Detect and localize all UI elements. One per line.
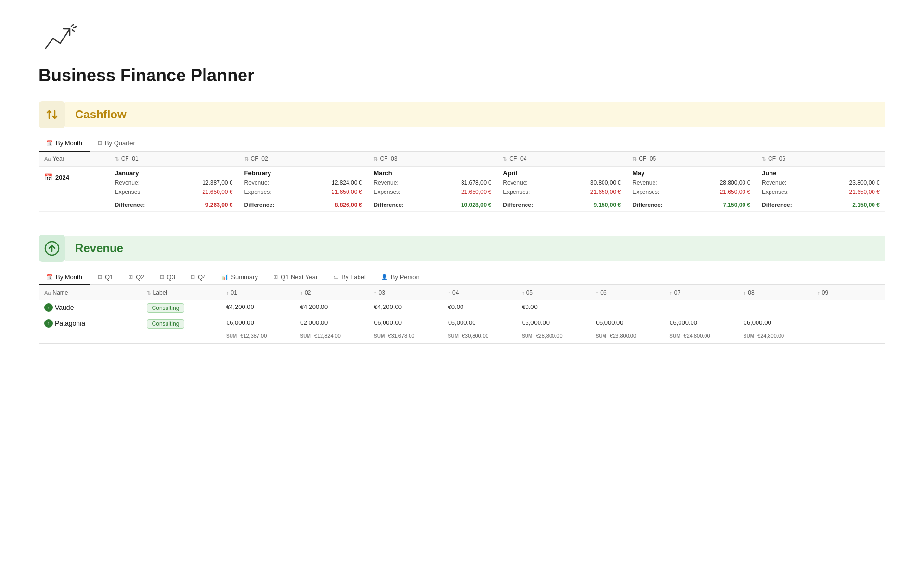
sum-v04: SUM €30,800.00 <box>442 332 516 344</box>
revenue-table-header: Aa Name ⇅ Label ↑ <box>38 285 886 300</box>
cf-june-cell: June Revenue: 23.800,00 € Expenses: 21.6… <box>756 167 886 212</box>
sort-icon-cf04: ⇅ <box>503 156 507 162</box>
revenue-tab-q4[interactable]: ⊞ Q4 <box>183 269 214 285</box>
patagonia-avatar: ↑ <box>44 319 53 328</box>
cashflow-table-wrapper: Aa Year ⇅ CF_01 ⇅ <box>38 152 886 212</box>
page-container: Business Finance Planner Cashflow 📅 By M… <box>0 0 924 386</box>
calendar-icon-rev: 📅 <box>46 274 53 280</box>
revenue-sum-row: SUM €12,387.00 SUM €12,824.00 SUM €31,67… <box>38 332 886 344</box>
arrow-icon-04: ↑ <box>448 290 451 295</box>
sum-empty-label <box>141 332 220 344</box>
vaude-v02: €4,200.00 <box>295 300 369 316</box>
col-header-06: ↑ 06 <box>590 285 664 300</box>
arrow-icon-05: ↑ <box>522 290 525 295</box>
sort-icon-cf05: ⇅ <box>632 156 637 162</box>
cashflow-header: Cashflow <box>38 101 886 128</box>
col-header-02: ↑ 02 <box>295 285 369 300</box>
revenue-section: Revenue 📅 By Month ⊞ Q1 ⊞ Q2 ⊞ Q3 ⊞ Q4 <box>38 235 886 344</box>
col-header-cf06: ⇅ CF_06 <box>756 152 886 167</box>
chart-icon-summary: 📊 <box>221 274 228 280</box>
revenue-tab-by-person[interactable]: 👤 By Person <box>373 269 427 285</box>
vaude-name-cell: ↑ Vaude <box>38 300 141 316</box>
sum-v09 <box>811 332 886 344</box>
cf-april-cell: April Revenue: 30.800,00 € Expenses: 21.… <box>497 167 627 212</box>
arrow-icon-02: ↑ <box>300 290 303 295</box>
sort-icon-cf03: ⇅ <box>373 156 378 162</box>
col-header-cf03: ⇅ CF_03 <box>368 152 497 167</box>
vaude-v09 <box>811 300 886 316</box>
cashflow-table: Aa Year ⇅ CF_01 ⇅ <box>38 152 886 212</box>
revenue-row-patagonia: ↑ Patagonia Consulting €6,000.00 €2,000.… <box>38 316 886 332</box>
cashflow-icon <box>38 101 65 128</box>
sort-icon-label: ⇅ <box>147 290 151 296</box>
arrow-icon-08: ↑ <box>744 290 746 295</box>
sort-icon-cf02: ⇅ <box>244 156 249 162</box>
cashflow-table-row: 📅 2024 January Revenue: 12.387,00 € <box>38 167 886 212</box>
vaude-v05: €0.00 <box>516 300 590 316</box>
patagonia-v07: €6,000.00 <box>664 316 738 332</box>
cashflow-table-header: Aa Year ⇅ CF_01 ⇅ <box>38 152 886 167</box>
svg-line-2 <box>72 30 74 31</box>
revenue-tabs: 📅 By Month ⊞ Q1 ⊞ Q2 ⊞ Q3 ⊞ Q4 📊 Summary <box>38 269 886 285</box>
vaude-v08 <box>738 300 812 316</box>
vaude-v03: €4,200.00 <box>368 300 442 316</box>
revenue-tab-q1-next[interactable]: ⊞ Q1 Next Year <box>266 269 325 285</box>
grid-icon-q3: ⊞ <box>160 274 164 280</box>
person-icon: 👤 <box>381 274 388 280</box>
vaude-label-cell: Consulting <box>141 300 220 316</box>
revenue-tab-q3[interactable]: ⊞ Q3 <box>152 269 183 285</box>
vaude-avatar: ↑ <box>44 303 53 312</box>
tag-icon: 🏷 <box>333 274 338 280</box>
vaude-v01: €4,200.00 <box>220 300 295 316</box>
vaude-v06 <box>590 300 664 316</box>
page-title: Business Finance Planner <box>38 65 886 86</box>
calendar-row-icon: 📅 <box>44 173 52 181</box>
revenue-tab-q1[interactable]: ⊞ Q1 <box>90 269 121 285</box>
calendar-icon: 📅 <box>46 140 53 146</box>
patagonia-v06: €6,000.00 <box>590 316 664 332</box>
cf-may-cell: May Revenue: 28.800,00 € Expenses: 21.65… <box>627 167 756 212</box>
revenue-tab-by-label[interactable]: 🏷 By Label <box>325 269 373 285</box>
col-header-05: ↑ 05 <box>516 285 590 300</box>
arrow-icon-01: ↑ <box>226 290 229 295</box>
col-header-04: ↑ 04 <box>442 285 516 300</box>
cf-january-cell: January Revenue: 12.387,00 € Expenses: 2… <box>109 167 239 212</box>
sum-v03: SUM €31,678.00 <box>368 332 442 344</box>
arrow-icon-03: ↑ <box>374 290 377 295</box>
col-header-07: ↑ 07 <box>664 285 738 300</box>
cashflow-tab-by-quarter[interactable]: ⊞ By Quarter <box>90 136 143 152</box>
revenue-table-wrapper: Aa Name ⇅ Label ↑ <box>38 285 886 344</box>
cashflow-tab-by-month[interactable]: 📅 By Month <box>38 136 90 152</box>
patagonia-v09 <box>811 316 886 332</box>
col-header-cf01: ⇅ CF_01 <box>109 152 239 167</box>
patagonia-label-cell: Consulting <box>141 316 220 332</box>
svg-line-1 <box>74 27 76 28</box>
patagonia-v03: €6,000.00 <box>368 316 442 332</box>
sort-icon-cf01: ⇅ <box>115 156 119 162</box>
arrow-icon-07: ↑ <box>669 290 672 295</box>
aa-icon: Aa <box>44 156 51 162</box>
col-header-cf04: ⇅ CF_04 <box>497 152 627 167</box>
sum-v01: SUM €12,387.00 <box>220 332 295 344</box>
patagonia-v08: €6,000.00 <box>738 316 812 332</box>
cf-march-cell: March Revenue: 31.678,00 € Expenses: 21.… <box>368 167 497 212</box>
revenue-row-vaude: ↑ Vaude Consulting €4,200.00 €4,200.00 <box>38 300 886 316</box>
revenue-tab-q2[interactable]: ⊞ Q2 <box>121 269 152 285</box>
revenue-icon <box>38 235 65 262</box>
col-header-09: ↑ 09 <box>811 285 886 300</box>
revenue-tab-summary[interactable]: 📊 Summary <box>214 269 266 285</box>
patagonia-v05: €6,000.00 <box>516 316 590 332</box>
sum-v07: SUM €24,800.00 <box>664 332 738 344</box>
revenue-tab-by-month[interactable]: 📅 By Month <box>38 269 90 285</box>
revenue-title: Revenue <box>65 236 886 261</box>
revenue-header: Revenue <box>38 235 886 262</box>
cashflow-title: Cashflow <box>65 102 886 127</box>
arrow-icon-09: ↑ <box>817 290 820 295</box>
sum-v05: SUM €28,800.00 <box>516 332 590 344</box>
grid-icon: ⊞ <box>98 140 102 146</box>
svg-line-0 <box>71 25 73 26</box>
year-cell: 📅 2024 <box>38 167 109 212</box>
col-header-name: Aa Name <box>38 285 141 300</box>
sum-empty-name <box>38 332 141 344</box>
app-logo <box>38 19 77 58</box>
